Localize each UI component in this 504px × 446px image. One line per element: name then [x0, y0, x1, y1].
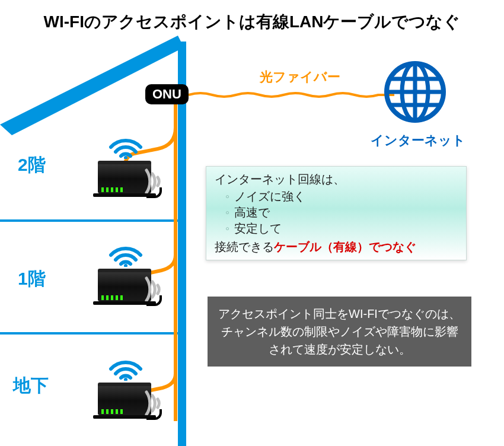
info-item: ノイズに強く	[225, 189, 458, 205]
floor-divider-2f-1f	[0, 219, 178, 222]
info-foot: 接続できるケーブル（有線）でつなぐ	[215, 239, 458, 255]
wifi-icon	[109, 357, 143, 381]
svg-point-2	[124, 156, 127, 159]
internet-globe-icon	[387, 63, 444, 120]
note-box: アクセスポイント同士をWI-FIでつなぐのは、チャンネル数の制限やノイズや障害物…	[208, 297, 471, 367]
floor-label-b1: 地下	[13, 374, 49, 398]
floor-label-1f: 1階	[18, 267, 46, 291]
svg-point-4	[124, 378, 127, 381]
wifi-icon	[109, 243, 143, 267]
floor-label-2f: 2階	[18, 153, 46, 177]
wifi-icon	[109, 135, 143, 159]
router-2f	[92, 140, 157, 199]
fiber-line	[189, 93, 394, 97]
fiber-label: 光ファイバー	[260, 68, 340, 86]
info-item: 安定して	[225, 221, 458, 237]
info-foot-highlight: ケーブル（有線）でつなぐ	[274, 240, 416, 253]
internet-label: インターネット	[368, 132, 468, 149]
floor-divider-1f-b1	[0, 332, 178, 334]
info-foot-prefix: 接続できる	[215, 240, 274, 253]
info-list: ノイズに強く 高速で 安定して	[215, 189, 458, 237]
router-1f	[92, 248, 157, 307]
svg-point-3	[124, 264, 127, 267]
info-item: 高速で	[225, 205, 458, 221]
onu-badge: ONU	[145, 84, 189, 104]
router-b1	[92, 362, 157, 421]
info-box: インターネット回線は、 ノイズに強く 高速で 安定して 接続できるケーブル（有線…	[206, 166, 467, 260]
info-lead: インターネット回線は、	[215, 171, 458, 187]
